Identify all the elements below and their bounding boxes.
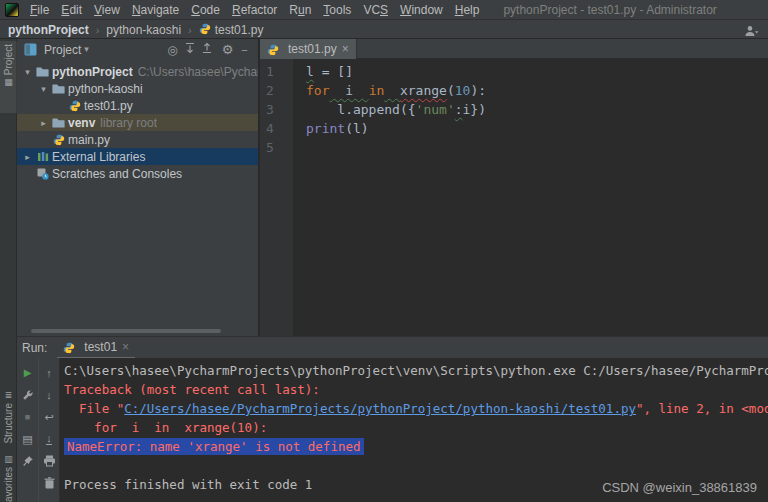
structure-tool-icon: ≣: [5, 391, 13, 400]
tool-button-project[interactable]: Project ▦: [0, 41, 17, 113]
menu-run[interactable]: Run: [283, 3, 317, 17]
code-token: for: [306, 83, 329, 98]
tree-item-main-py[interactable]: main.py: [17, 131, 258, 148]
console-text: File ": [64, 401, 124, 416]
console-line: C:\Users\hasee\PycharmProjects\pythonPro…: [64, 361, 768, 380]
code-editor[interactable]: l = []for i in xrange(10): l.append({'nu…: [293, 59, 768, 336]
menu-view[interactable]: View: [88, 3, 126, 17]
run-icon[interactable]: ▶: [17, 362, 38, 384]
project-panel-header: Project ▾ ◎⚙−: [17, 39, 258, 60]
code-token: 10: [455, 83, 471, 98]
project-panel: Project ▾ ◎⚙− ▾pythonProjectC:\Users\has…: [17, 39, 259, 336]
pycharm-window: FileEditViewNavigateCodeRefactorRunTools…: [0, 0, 768, 502]
tree-item-pythonproject[interactable]: ▾pythonProjectC:\Users\hasee\PycharmProj…: [17, 63, 258, 80]
menu-vcs[interactable]: VCS: [357, 3, 394, 17]
python-file-icon: [63, 342, 75, 354]
tree-item-test01-py[interactable]: test01.py: [17, 97, 258, 114]
close-icon[interactable]: ×: [122, 340, 129, 354]
line-number: 3: [266, 100, 293, 119]
favorites-tool-icon: ▥: [4, 455, 13, 464]
tree-item-external-libraries[interactable]: ▸External Libraries: [17, 148, 258, 165]
editor-tab-test01[interactable]: test01.py ×: [260, 39, 357, 59]
console-file-link[interactable]: C:/Users/hasee/PycharmProjects/pythonPro…: [124, 401, 636, 416]
tree-item-suffix: C:\Users\hasee\PycharmProjects\pyt: [138, 65, 258, 79]
pin-icon[interactable]: [17, 450, 38, 472]
chevron-right-icon[interactable]: ▸: [37, 118, 50, 128]
breadcrumb-item[interactable]: python-kaoshi: [106, 23, 181, 37]
clear-all-icon[interactable]: [39, 472, 59, 494]
library-icon: [34, 151, 51, 163]
code-token: = []: [314, 64, 353, 79]
tree-item-scratches-and-consoles[interactable]: Scratches and Consoles: [17, 165, 258, 182]
menu-tools[interactable]: Tools: [317, 3, 357, 17]
soft-wrap-icon[interactable]: ↩: [39, 406, 59, 428]
horizontal-scrollbar[interactable]: [31, 329, 221, 333]
close-icon[interactable]: ×: [342, 44, 349, 54]
editor-tab-bar: test01.py ×: [260, 39, 768, 59]
tool-window-icon: [22, 42, 39, 58]
breadcrumb-item[interactable]: pythonProject: [8, 23, 89, 37]
folder-icon: [50, 117, 67, 128]
print-icon[interactable]: [39, 450, 59, 472]
menu-window[interactable]: Window: [394, 3, 449, 17]
menu-help[interactable]: Help: [449, 3, 486, 17]
breadcrumb-separator: ›: [188, 24, 192, 36]
chevron-down-icon[interactable]: ▾: [21, 67, 34, 77]
tree-item-label: pythonProject: [52, 65, 133, 79]
run-tab-test01[interactable]: test01 ×: [57, 337, 135, 359]
tree-item-venv[interactable]: ▸venvlibrary root: [17, 114, 258, 131]
collapse-all-icon[interactable]: [198, 40, 215, 56]
csdn-watermark: CSDN @weixin_38861839: [602, 480, 757, 495]
menu-file[interactable]: File: [24, 3, 55, 17]
editor-area: test01.py × 12345 l = []for i in xrange(…: [260, 39, 768, 336]
chevron-right-icon[interactable]: ▸: [21, 152, 34, 162]
run-configuration-user-icon[interactable]: [743, 23, 760, 39]
run-panel-header: Run: test01 ×: [17, 336, 768, 358]
code-token: [384, 83, 400, 98]
breadcrumb: pythonProject›python-kaoshi›test01.py: [0, 20, 768, 39]
breadcrumb-items: pythonProject›python-kaoshi›test01.py: [8, 22, 263, 37]
project-panel-title[interactable]: Project: [44, 43, 81, 57]
code-line: print(l): [306, 119, 768, 138]
up-stacktrace-icon[interactable]: ↑: [39, 362, 59, 384]
settings-icon[interactable]: ⚙: [219, 42, 236, 58]
code-token: (: [447, 83, 455, 98]
code-token: (l): [345, 121, 368, 136]
code-token: l.append({: [306, 102, 416, 117]
line-number: 5: [266, 138, 293, 157]
tool-button-structure[interactable]: ≣ Structure: [0, 388, 17, 450]
chevron-down-icon[interactable]: ▾: [84, 44, 89, 55]
line-number-gutter: 12345: [260, 59, 293, 336]
menu-code[interactable]: Code: [185, 3, 226, 17]
tree-item-suffix: library root: [100, 116, 157, 130]
console-line: NameError: name 'xrange' is not defined: [64, 437, 768, 456]
python-file-icon: [199, 23, 211, 35]
breadcrumb-item[interactable]: test01.py: [215, 23, 264, 37]
line-number: 1: [266, 62, 293, 81]
menu-edit[interactable]: Edit: [55, 3, 88, 17]
restore-layout-icon[interactable]: ▤: [17, 428, 38, 450]
stop-icon[interactable]: ■: [17, 406, 38, 428]
chevron-down-icon[interactable]: ▾: [37, 84, 50, 94]
run-toolbar-secondary: ↑↓↩↓: [38, 358, 59, 502]
tree-item-python-kaoshi[interactable]: ▾python-kaoshi: [17, 80, 258, 97]
python-icon: [50, 134, 67, 146]
console-text: NameError: name 'xrange' is not defined: [67, 439, 361, 454]
scroll-to-end-icon[interactable]: ↓: [39, 428, 59, 450]
editor-tab-label: test01.py: [288, 42, 337, 56]
locate-icon[interactable]: ◎: [164, 43, 181, 59]
console-text: Traceback (most recent call last):: [64, 382, 320, 397]
console-text: C:\Users\hasee\PycharmProjects\pythonPro…: [64, 363, 768, 378]
menu-items: FileEditViewNavigateCodeRefactorRunTools…: [24, 3, 485, 17]
down-stacktrace-icon[interactable]: ↓: [39, 384, 59, 406]
tool-button-favorites[interactable]: ▥ Favorites: [0, 452, 17, 502]
menu-refactor[interactable]: Refactor: [226, 3, 283, 17]
settings-wrench-icon[interactable]: [17, 384, 38, 406]
menu-navigate[interactable]: Navigate: [126, 3, 185, 17]
code-token: i: [329, 83, 368, 98]
expand-all-icon[interactable]: [181, 40, 198, 56]
menu-bar: FileEditViewNavigateCodeRefactorRunTools…: [0, 0, 768, 20]
code-token: xrange: [400, 83, 447, 98]
hide-icon[interactable]: −: [236, 43, 253, 59]
run-toolbar-primary: ▶■▤: [17, 358, 38, 502]
